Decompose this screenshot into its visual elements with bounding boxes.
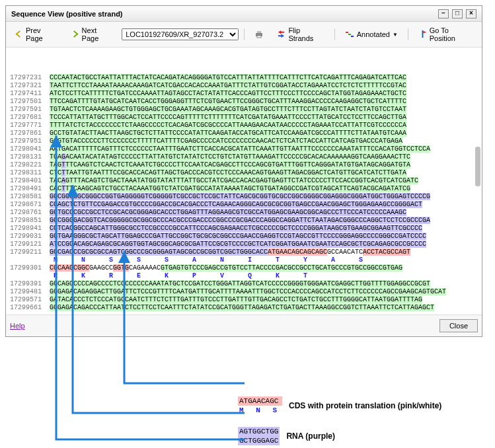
sequence-text: TACAGTTTACAGTCTGACTAAATATGGTATATTTATTGCC… <box>50 177 418 185</box>
position-label: 17298221 <box>10 161 50 169</box>
sequence-text: TCCCATTATTATGCTTTGGCACTCCATTCCCCAGTTTTTC… <box>50 114 406 122</box>
sequence-text: CGAGCTCTGTTCCGAGACCGTGCCCCGGACCGCACGACCC… <box>50 201 422 209</box>
sequence-text: GGTGAAGGGCGCTAGCATTGGAGCCCGATTGCCGGCTGCG… <box>50 233 426 241</box>
position-label: 17298671 <box>10 201 50 209</box>
legend-rna-sample: AGTGGCTGG GCTGGGAGC <box>238 427 280 445</box>
sequence-text: GGCGACCCGCGCGCCAGTCGGCCCGCGGGAGTAGCGCCGC… <box>50 248 410 256</box>
sequence-row: 17297501TTCCAGATTTTGTATGCATCAATCACCTGGGA… <box>10 98 480 106</box>
prev-page-button[interactable]: Prev Page <box>10 24 62 44</box>
svg-rect-1 <box>257 31 261 33</box>
position-label: 17297861 <box>10 130 50 137</box>
position-label: 17299121 <box>10 241 50 248</box>
sequence-text: CTCTTAATTGTAATTTCCGCACCACAGTTAGCTGACCCAC… <box>50 169 406 177</box>
sequence-row: 17298941CCTCACGGCCAGCATTGGGCGCCTCCGCCCCG… <box>10 225 480 233</box>
legend-rna: AGTGGCTGG GCTGGGAGC RNA (purple) <box>238 427 463 445</box>
titlebar: Sequence View (positive strand) – □ × <box>6 6 482 22</box>
sequence-row: R K R E K P V Q K T <box>10 272 480 280</box>
sequence-text: ATCCGCACAGCAGAGCGCAGGTGGTAGCGGCAGCGCGATT… <box>50 241 426 248</box>
position-label <box>10 272 50 280</box>
sequence-text: GGGAGACAGACCCATTAATCTCCTTCCTCAATTTCTATAT… <box>50 304 434 312</box>
close-window-button[interactable]: × <box>466 9 476 19</box>
sequence-text: GGGTGTACCCCCCTTCCCCCCCTTTTTCATTTTCGAGCCC… <box>50 137 402 145</box>
sequence-text: TAGTTTCAAGTCTCAACTCTCAAATCTGCCCCTTCCAATC… <box>50 161 410 169</box>
scrollbar-thumb[interactable] <box>475 147 480 186</box>
strand-icon <box>345 30 354 39</box>
goto-position-label: Go To Position <box>430 26 473 42</box>
separator <box>408 28 408 40</box>
svg-rect-5 <box>351 36 354 37</box>
flip-strands-button[interactable]: Flip Strands <box>272 24 328 44</box>
position-label: 17297501 <box>10 98 50 106</box>
sequence-row: 17298581GGCGGGGGCGGGCCGGTGAGGGGGTCGGGGGT… <box>10 193 480 201</box>
annotated-dropdown[interactable]: Annotated ▼ <box>340 28 402 41</box>
goto-position-button[interactable]: Go To Position <box>414 24 478 44</box>
position-label: 17299571 <box>10 296 50 304</box>
position-label: 17297951 <box>10 137 50 145</box>
sequence-text: GGCGGGGGCGGGCCGGTGAGGGGGTCGGGGGTCGCCGCTC… <box>50 193 430 201</box>
sequence-row: 17297771TTTTATCTCTACCCCCCCTCTAAGCCCCCTCA… <box>10 122 480 130</box>
svg-rect-6 <box>422 30 423 38</box>
position-label: 17299301 <box>10 264 50 272</box>
legend-cds: ATGAACAGC M N S CDS with protein transla… <box>238 396 463 415</box>
sequence-text: TTCCAGATTTTGTATGCATCAATCACCTGGGAGGTTTCTC… <box>50 98 406 106</box>
sequence-text: TGTAACTCTCAAAAGAAGCTGTGGGAGCTGCGAAATAGCA… <box>50 106 406 114</box>
sequence-row: 17297681TCCCATTATTATGCTTTGGCACTCCATTCCCC… <box>10 114 480 122</box>
marker-icon <box>418 30 427 39</box>
sequence-row: 17299121ATCCGCACAGCAGAGCGCAGGTGGTAGCGGCA… <box>10 241 480 248</box>
separator <box>334 28 335 40</box>
sequence-row: 17299571GATACACCCTCTCCCATGCCAATCTTTCTCTT… <box>10 296 480 304</box>
help-link[interactable]: Help <box>10 322 25 330</box>
toolbar: Prev Page Next Page LOC101927609/XR_9270… <box>6 22 482 48</box>
sequence-row: 17297861GCCTGTATACTTAACTTAAGCTGCTCTTATTC… <box>10 130 480 137</box>
maximize-button[interactable]: □ <box>452 9 463 19</box>
position-label <box>10 256 50 264</box>
flip-strands-label: Flip Strands <box>288 26 324 42</box>
sequence-text: TAATTCTTCCTAAAATAAAACAAAGATCATCGACCACACC… <box>50 82 406 90</box>
sequence-row: 17299661GGGAGACAGACCCATTAATCTCCTTCCTCAAT… <box>10 304 480 312</box>
sequence-row: 17299391GGCAGCCCCCAGCCCCTCCCCCCCCAAATATG… <box>10 280 480 288</box>
position-label: 17298581 <box>10 193 50 201</box>
locator-select[interactable]: LOC101927609/XR_927073.2 <box>122 28 239 40</box>
position-label: 17298941 <box>10 225 50 233</box>
sequence-text: ATCTCCTTCATTTTTCTGATCCCAAAATTAGTAGCCTACT… <box>50 90 406 98</box>
position-label: 17297681 <box>10 114 50 122</box>
sequence-row: 17298041AATGACATTTTTCAGTTTCTCCCCCCTAATTT… <box>10 145 480 153</box>
position-label: 17299661 <box>10 304 50 312</box>
sequence-row: 17298671CGAGCTCTGTTCCGAGACCGTGCCCCGGACCG… <box>10 201 480 209</box>
sequence-text: GGCAGCCCCCAGCCCCTCCCCCCCCAAATATGCTCCGATC… <box>50 280 430 288</box>
position-label: 17297411 <box>10 90 50 98</box>
sequence-text: GCCTGTATACTTAACTTAAGCTGCTCTTATTCCCCATATT… <box>50 130 406 137</box>
sequence-row: 17298491CACTTTCAAGCAGTCTGCCTACAAATGGTCTA… <box>10 185 480 193</box>
position-label: 17297321 <box>10 82 50 90</box>
sequence-row: 17298131TGAGACAATACATATAGTCCCCCTTATTATGT… <box>10 153 480 161</box>
sequence-row: 17299211GGCGACCCGCGCGCCAGTCGGCCCGCGGGAGT… <box>10 248 480 256</box>
position-label: 17298491 <box>10 185 50 193</box>
position-label: 17297231 <box>10 74 50 82</box>
print-button[interactable] <box>250 28 268 41</box>
minimize-button[interactable]: – <box>438 9 449 19</box>
sequence-text: TGAGACAATACATATAGTCCCCCTTATTATGTCTATATCT… <box>50 153 410 161</box>
chevron-down-icon: ▼ <box>393 32 398 38</box>
sequence-row: 17299481GGGAGACAGAGGACTTGGATTCTCCCGTTTTC… <box>10 288 480 296</box>
legend-rna-label: RNA (purple) <box>286 431 335 441</box>
sequence-text: GCCGGGGACGGTCACGGGGGCGCGGCGCCCACGCCCGACC… <box>50 217 430 225</box>
sequence-text: GATACACCCTCTCCCATGCCAATCTTTCTCTTTGATTTGT… <box>50 296 422 304</box>
sequence-text: R K R E K P V Q K T <box>50 272 313 280</box>
close-button[interactable]: Close <box>439 319 478 332</box>
sequence-text: M N S S S A N I T Y A S <box>50 256 368 264</box>
sequence-row: 17299031GGTGAAGGGCGCTAGCATTGGAGCCCGATTGC… <box>10 233 480 241</box>
position-label: 17299391 <box>10 280 50 288</box>
sequence-row: 17297591TGTAACTCTCAAAAGAAGCTGTGGGAGCTGCG… <box>10 106 480 114</box>
sequence-area[interactable]: 17297231CCCAATACTGCCTAATTATTTACTATCACAGA… <box>6 48 482 315</box>
next-page-button[interactable]: Next Page <box>66 24 118 44</box>
sequence-text: CGCAAGCGGCGAAGCCGGTGCAGAAAACGTGAGTGTCCCG… <box>50 264 402 272</box>
position-label: 17298041 <box>10 145 50 153</box>
window-controls: – □ × <box>437 9 476 19</box>
sequence-text: CCCAATACTGCCTAATTATTTACTATCACAGATACAGGGG… <box>50 74 406 82</box>
arrow-right-icon <box>71 30 79 39</box>
legend-cds-sample: ATGAACAGC M N S <box>238 396 282 415</box>
arrow-left-icon <box>15 30 23 39</box>
sequence-row: 17298401TACAGTTTACAGTCTGACTAAATATGGTATAT… <box>10 177 480 185</box>
svg-rect-3 <box>346 32 348 33</box>
sequence-row: 17299301CGCAAGCGGCGAAGCCGGTGCAGAAAACGTGA… <box>10 264 480 272</box>
